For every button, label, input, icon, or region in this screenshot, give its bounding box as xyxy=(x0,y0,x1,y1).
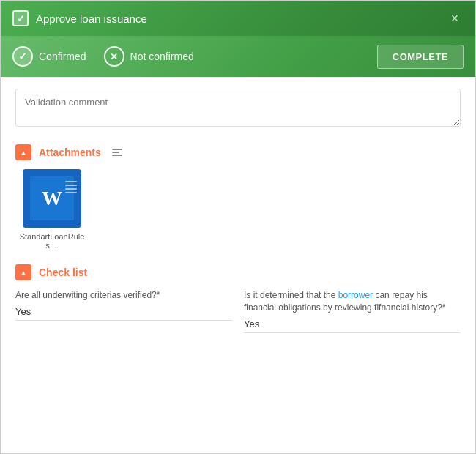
not-confirmed-x-icon: ✕ xyxy=(110,51,118,62)
confirmed-radio[interactable]: ✓ xyxy=(12,46,33,67)
view-icons xyxy=(111,146,141,159)
checklist-grid: Are all underwiting criterias verified?*… xyxy=(15,289,461,333)
checklist-question-1: Are all underwiting criterias verified?* xyxy=(15,289,232,302)
check-icon: ✓ xyxy=(17,13,25,24)
attachments-title: Attachments xyxy=(39,146,101,158)
grid-view-button[interactable] xyxy=(129,146,141,157)
confirmed-option[interactable]: ✓ Confirmed xyxy=(12,46,86,67)
list-item: W StandartLoanRules.... xyxy=(15,169,89,250)
attachments-section-header: ▲ Attachments xyxy=(15,144,461,160)
not-confirmed-label: Not confirmed xyxy=(130,51,194,62)
word-letter: W xyxy=(42,187,62,210)
complete-button[interactable]: COMPLETE xyxy=(377,45,464,69)
word-line-3 xyxy=(65,188,77,190)
title-bar-left: ✓ Approve loan issuance xyxy=(12,10,147,26)
checklist-toggle[interactable]: ▲ xyxy=(15,264,31,280)
modal-container: ✓ Approve loan issuance × ✓ Confirmed ✕ … xyxy=(0,0,476,454)
list-view-icon xyxy=(112,147,124,157)
word-doc-icon[interactable]: W xyxy=(23,169,81,228)
not-confirmed-option[interactable]: ✕ Not confirmed xyxy=(104,46,194,67)
list-view-button[interactable] xyxy=(111,146,124,159)
confirmed-label: Confirmed xyxy=(39,51,86,62)
close-icon: × xyxy=(451,11,459,26)
checklist-title: Check list xyxy=(39,267,87,278)
title-checkbox: ✓ xyxy=(12,10,29,26)
attachments-grid: W StandartLoanRules.... xyxy=(15,169,461,250)
checklist-answer-1: Yes xyxy=(15,306,232,321)
not-confirmed-radio[interactable]: ✕ xyxy=(104,46,124,67)
word-line-2 xyxy=(65,185,77,186)
title-bar: ✓ Approve loan issuance × xyxy=(1,1,475,36)
borrower-link[interactable]: borrower xyxy=(338,290,373,300)
checklist-question-2: Is it determined that the borrower can r… xyxy=(244,289,461,314)
page-title: Approve loan issuance xyxy=(36,12,147,25)
word-lines xyxy=(65,181,77,193)
list-item: Are all underwiting criterias verified?*… xyxy=(15,289,232,333)
checklist-section-header: ▲ Check list xyxy=(15,264,461,280)
content-area: ▲ Attachments xyxy=(1,77,475,453)
word-line-1 xyxy=(65,181,77,182)
checklist-toggle-icon: ▲ xyxy=(20,269,27,277)
list-item: Is it determined that the borrower can r… xyxy=(244,289,461,333)
validation-comment-input[interactable] xyxy=(15,89,461,127)
attachment-filename: StandartLoanRules.... xyxy=(15,232,89,250)
checklist-answer-2: Yes xyxy=(244,319,461,333)
attachments-toggle-icon: ▲ xyxy=(20,149,27,157)
confirmed-check-icon: ✓ xyxy=(18,51,27,62)
close-button[interactable]: × xyxy=(446,10,464,27)
action-bar: ✓ Confirmed ✕ Not confirmed COMPLETE xyxy=(1,36,475,77)
attachments-toggle[interactable]: ▲ xyxy=(15,144,31,160)
word-line-4 xyxy=(65,192,77,193)
